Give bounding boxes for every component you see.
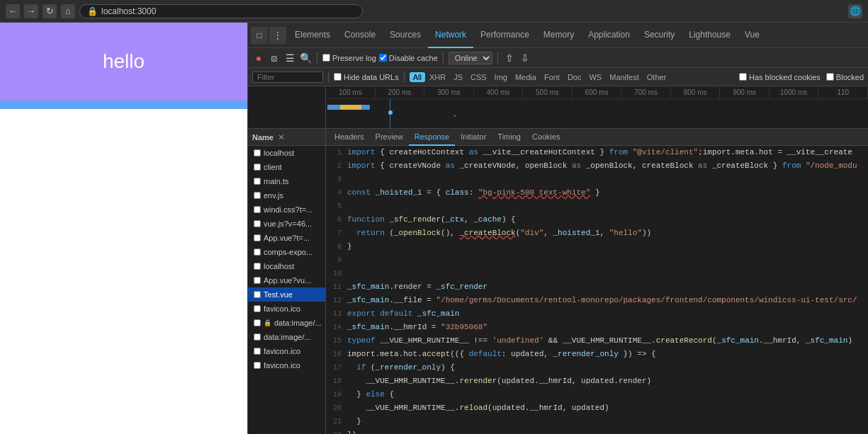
preserve-log-input[interactable] bbox=[322, 54, 330, 62]
type-img-btn[interactable]: Img bbox=[491, 72, 511, 82]
resp-tab-cookies[interactable]: Cookies bbox=[526, 129, 566, 146]
disable-cache-checkbox[interactable]: Disable cache bbox=[379, 54, 438, 62]
tab-application[interactable]: Application bbox=[581, 23, 637, 48]
list-item-favicon1[interactable]: favicon.ico bbox=[248, 302, 325, 316]
resp-tab-timing[interactable]: Timing bbox=[492, 129, 526, 146]
list-item-localhost1[interactable]: localhost bbox=[248, 146, 325, 160]
code-view[interactable]: 1 import { createHotContext as __vite__c… bbox=[326, 146, 868, 434]
resp-tab-preview[interactable]: Preview bbox=[370, 129, 409, 146]
page-content: hello bbox=[0, 23, 248, 434]
tab-memory[interactable]: Memory bbox=[536, 23, 581, 48]
list-item-comps[interactable]: comps-expo... bbox=[248, 245, 325, 259]
item-checkbox[interactable] bbox=[254, 164, 261, 171]
tab-elements[interactable]: Elements bbox=[288, 23, 337, 48]
reload-button[interactable]: ↻ bbox=[43, 4, 57, 18]
filter-input[interactable] bbox=[252, 72, 323, 83]
list-item-favicon2[interactable]: favicon.ico bbox=[248, 344, 325, 358]
item-checkbox[interactable] bbox=[254, 305, 261, 312]
type-other-btn[interactable]: Other bbox=[643, 72, 670, 82]
type-js-btn[interactable]: JS bbox=[450, 72, 466, 82]
item-checkbox[interactable] bbox=[254, 348, 261, 355]
record-button[interactable]: ● bbox=[252, 52, 265, 64]
list-item-windi[interactable]: windi.css?t=... bbox=[248, 202, 325, 217]
item-checkbox[interactable] bbox=[254, 277, 261, 284]
ruler-900ms: 900 ms bbox=[720, 86, 770, 98]
ruler-800ms: 800 ms bbox=[671, 86, 721, 98]
tab-lighthouse[interactable]: Lighthouse bbox=[682, 23, 738, 48]
ruler-300ms: 300 ms bbox=[424, 86, 474, 98]
type-doc-btn[interactable]: Doc bbox=[564, 72, 585, 82]
devtools-icon-btn-1[interactable]: □ bbox=[251, 27, 268, 44]
list-item-dataimage2[interactable]: data:image/... bbox=[248, 330, 325, 344]
list-item-testvue[interactable]: Test.vue bbox=[248, 287, 325, 302]
item-checkbox[interactable] bbox=[254, 319, 261, 326]
tab-vue[interactable]: Vue bbox=[738, 23, 767, 48]
tab-sources[interactable]: Sources bbox=[383, 23, 428, 48]
main-area: hello □ ⋮ Elements Console Sources Netwo… bbox=[0, 23, 868, 434]
type-ws-btn[interactable]: WS bbox=[585, 72, 605, 82]
search-button[interactable]: 🔍 bbox=[299, 52, 312, 64]
item-checkbox[interactable] bbox=[254, 178, 261, 185]
forward-button[interactable]: → bbox=[24, 4, 38, 18]
name-list-close-btn[interactable]: ✕ bbox=[278, 132, 285, 142]
hide-data-urls-checkbox[interactable]: Hide data URLs bbox=[334, 73, 399, 81]
list-item-appvuet[interactable]: App.vue?t=... bbox=[248, 231, 325, 245]
list-item-dataimage1[interactable]: 🔒 data:image/... bbox=[248, 316, 325, 330]
code-line-21: 21 } bbox=[326, 415, 868, 428]
blocked-input[interactable] bbox=[826, 73, 834, 81]
resp-tab-initiator[interactable]: Initiator bbox=[455, 129, 492, 146]
item-checkbox[interactable] bbox=[254, 220, 261, 227]
resp-tab-response[interactable]: Response bbox=[409, 129, 456, 146]
filter-toggle-button[interactable]: ☰ bbox=[283, 52, 296, 64]
item-checkbox[interactable] bbox=[254, 206, 261, 213]
type-manifest-btn[interactable]: Manifest bbox=[606, 72, 643, 82]
type-font-btn[interactable]: Font bbox=[541, 72, 563, 82]
hide-data-urls-input[interactable] bbox=[334, 73, 342, 81]
item-name: vue.js?v=46... bbox=[264, 219, 312, 228]
list-item-appvuev[interactable]: App.vue?vu... bbox=[248, 273, 325, 287]
type-xhr-btn[interactable]: XHR bbox=[426, 72, 449, 82]
blocked-cookies-input[interactable] bbox=[739, 73, 747, 81]
code-line-10: 10 bbox=[326, 267, 868, 280]
type-all-btn[interactable]: All bbox=[410, 72, 425, 82]
back-button[interactable]: ← bbox=[6, 4, 20, 18]
list-item-favicon3[interactable]: favicon.ico bbox=[248, 358, 325, 372]
resp-tab-headers[interactable]: Headers bbox=[329, 129, 370, 146]
list-item-localhost2[interactable]: localhost bbox=[248, 259, 325, 273]
ruler-110: 110 bbox=[818, 86, 868, 98]
throttle-select[interactable]: Online bbox=[449, 52, 492, 64]
blocked-checkbox[interactable]: Blocked bbox=[826, 73, 864, 81]
home-button[interactable]: ⌂ bbox=[61, 4, 75, 18]
devtools-icon-btn-2[interactable]: ⋮ bbox=[269, 27, 286, 44]
item-checkbox[interactable] bbox=[254, 234, 261, 241]
import-button[interactable]: ⇧ bbox=[503, 52, 516, 64]
address-bar[interactable]: 🔒 localhost:3000 bbox=[79, 4, 363, 18]
item-name: env.js bbox=[264, 191, 283, 200]
item-checkbox[interactable] bbox=[254, 362, 261, 369]
type-css-btn[interactable]: CSS bbox=[467, 72, 490, 82]
tab-console[interactable]: Console bbox=[337, 23, 383, 48]
type-media-btn[interactable]: Media bbox=[512, 72, 540, 82]
preserve-log-checkbox[interactable]: Preserve log bbox=[322, 54, 376, 62]
clear-button[interactable]: ⦻ bbox=[268, 52, 281, 64]
item-name: favicon.ico bbox=[264, 347, 300, 355]
list-item-client[interactable]: client bbox=[248, 160, 325, 174]
item-checkbox[interactable] bbox=[254, 291, 261, 298]
item-checkbox[interactable] bbox=[254, 263, 261, 270]
disable-cache-input[interactable] bbox=[379, 54, 387, 62]
item-checkbox[interactable] bbox=[254, 192, 261, 199]
list-item-vuejs[interactable]: vue.js?v=46... bbox=[248, 217, 325, 231]
export-button[interactable]: ⇩ bbox=[519, 52, 531, 64]
tab-performance[interactable]: Performance bbox=[473, 23, 536, 48]
has-blocked-cookies-checkbox[interactable]: Has blocked cookies bbox=[739, 73, 821, 81]
list-item-maints[interactable]: main.ts bbox=[248, 174, 325, 188]
extensions-button[interactable]: 🌐 bbox=[848, 4, 862, 18]
list-item-envjs[interactable]: env.js bbox=[248, 188, 325, 202]
lock-icon: 🔒 bbox=[87, 6, 98, 16]
tab-security[interactable]: Security bbox=[637, 23, 682, 48]
tab-network[interactable]: Network bbox=[428, 23, 473, 48]
devtools-panel: □ ⋮ Elements Console Sources Network Per… bbox=[248, 23, 868, 434]
item-checkbox[interactable] bbox=[254, 333, 261, 341]
item-checkbox[interactable] bbox=[254, 149, 261, 156]
item-checkbox[interactable] bbox=[254, 249, 261, 256]
